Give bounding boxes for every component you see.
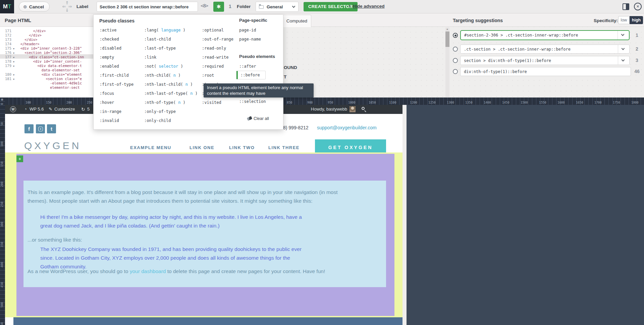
ruler-settings-gear-icon[interactable]: ✱ [1, 98, 3, 102]
suggestion-radio[interactable] [453, 69, 458, 74]
suggestion-expand[interactable] [618, 56, 629, 65]
add-element-badge[interactable]: + [16, 155, 23, 162]
pseudo-option[interactable]: :read-only [202, 46, 226, 51]
pseudo-option[interactable]: :enabled [100, 64, 119, 69]
customize-brush-icon[interactable]: ✎ [49, 107, 52, 112]
facebook-icon[interactable]: f [24, 124, 34, 133]
pseudo-option-after[interactable]: ::after [239, 64, 256, 69]
hide-advanced-link[interactable]: «Hide advanced [349, 4, 385, 9]
oxygen-logo[interactable]: QXYGEN [24, 140, 81, 151]
paragraph: As a new WordPress user, you should go t… [28, 267, 356, 276]
pseudo-option[interactable]: :empty [100, 55, 114, 60]
pseudo-option[interactable]: :active [100, 28, 117, 32]
pseudo-option[interactable]: :nth-of-type( n ) [144, 100, 185, 105]
ruler-number: 900 [307, 101, 313, 104]
site-dashboard-icon[interactable]: ◔ [24, 107, 27, 112]
page-content-box: This is an example page. It's different … [23, 181, 386, 287]
dashboard-link[interactable]: your dashboard [130, 268, 166, 274]
twitter-icon[interactable]: t [47, 124, 56, 133]
label-input[interactable] [97, 2, 198, 12]
pseudo-option[interactable]: :nth-child( n ) [144, 73, 180, 78]
ruler-number: 50 [0, 120, 4, 128]
pseudo-option[interactable]: :nth-last-of-type( n ) [144, 91, 198, 96]
code-view-icon[interactable]: <8> [201, 3, 208, 8]
pseudo-option[interactable]: :first-child [100, 73, 129, 78]
pseudo-option-selection[interactable]: ::selection [239, 99, 266, 104]
page-section-inner-wrap[interactable]: + This is an example page. It's differen… [16, 154, 394, 316]
suggestion-selector[interactable]: #section-2-306 > .ct-section-inner-wrap:… [460, 30, 630, 40]
pseudo-option[interactable]: :focus [100, 91, 114, 96]
pseudo-option[interactable]: :optional [202, 28, 224, 32]
selector-text: div:nth-of-type(1)::before [464, 69, 527, 74]
pseudo-option[interactable]: :disabled [100, 46, 121, 51]
pseudo-option[interactable]: :only-child [144, 118, 171, 123]
nav-link[interactable]: LINK ONE [190, 145, 214, 150]
pseudo-option[interactable]: :checked [100, 37, 119, 42]
param-placeholder[interactable]: selector [159, 64, 178, 69]
pseudo-option-page-name[interactable]: page-name [239, 37, 261, 42]
pseudo-option-page-id[interactable]: page-id [239, 28, 256, 32]
pseudo-option-before-selected[interactable]: ::before [236, 71, 266, 79]
param-placeholder[interactable]: n [185, 82, 188, 87]
folder-icon [259, 5, 264, 9]
pseudo-option[interactable]: :first-of-type [100, 82, 133, 87]
ruler-number: 1500 [521, 101, 528, 104]
selector-text: .ct-section > .ct-section-inner-wrap::be… [464, 47, 571, 52]
pseudo-option[interactable]: :required [202, 64, 224, 69]
pseudo-option[interactable]: :root [202, 73, 214, 78]
param-placeholder[interactable]: language [161, 28, 181, 32]
folder-dropdown[interactable]: General [256, 2, 299, 12]
pseudo-option[interactable]: :visited [202, 100, 221, 105]
wordpress-logo-icon[interactable]: W [10, 106, 16, 112]
pseudo-option[interactable]: :link [144, 55, 156, 60]
pseudo-option[interactable]: :not( selector ) [144, 64, 183, 69]
move-arrows-icon[interactable]: ⇑⇐ ⇒⇓ [60, 1, 74, 12]
header-email-link[interactable]: support@oxygenbuilder.com [317, 125, 377, 130]
instagram-icon[interactable] [36, 124, 45, 133]
clear-all-button[interactable]: Clear all [247, 116, 269, 121]
pseudo-option[interactable]: :lang( language ) [144, 28, 185, 32]
pseudo-option[interactable]: :only-of-type [144, 109, 176, 114]
nav-link[interactable]: LINK TWO [229, 145, 255, 150]
suggestion-radio[interactable] [453, 33, 458, 38]
pseudo-option[interactable]: :last-of-type [144, 46, 176, 51]
updates-icon[interactable]: ↻ [81, 107, 85, 112]
param-placeholder[interactable]: n [173, 73, 176, 78]
sidebar-toggle-icon[interactable] [623, 3, 629, 10]
pseudo-option[interactable]: :nth-last-child( n ) [144, 82, 193, 87]
double-chevron-up-icon: « [347, 5, 353, 7]
admin-bar-howdy[interactable]: Howdy, bastywebb [311, 107, 347, 112]
admin-bar-site-name[interactable]: WP 5.6 [30, 107, 44, 112]
suggestion-selector[interactable]: .ct-section > .ct-section-inner-wrap::be… [460, 45, 630, 54]
pseudo-option[interactable]: :last-child [144, 37, 171, 42]
admin-bar-customize[interactable]: Customize [54, 107, 75, 112]
cancel-button[interactable]: ⊕Cancel [19, 2, 50, 12]
suggestion-expand[interactable] [618, 31, 629, 40]
chevron-down-icon [622, 58, 625, 61]
gear-button[interactable]: ✱ [213, 2, 224, 12]
pseudo-option[interactable]: :read-write [202, 55, 228, 60]
suggestion-selector[interactable]: div:nth-of-type(1)::before [460, 67, 631, 76]
suggestion-radio[interactable] [453, 47, 458, 52]
pseudo-option[interactable]: :out-of-range [202, 37, 233, 42]
ruler-number: 1350 [465, 101, 473, 104]
close-icon[interactable]: × [634, 3, 642, 10]
suggestion-radio[interactable] [453, 58, 458, 63]
pseudo-option[interactable]: :hover [100, 100, 114, 105]
updates-count[interactable]: 5 [87, 107, 90, 112]
nav-link[interactable]: LINK THREE [268, 145, 300, 150]
param-placeholder[interactable]: n [190, 91, 193, 96]
suggestion-expand[interactable] [618, 45, 629, 53]
pseudo-option[interactable]: :invalid [100, 118, 119, 123]
mt-logo[interactable]: MT [0, 0, 14, 13]
nav-link[interactable]: EXAMPLE MENU [130, 145, 171, 150]
suggestion-selector[interactable]: section > div:nth-of-type(1)::before [460, 56, 630, 65]
before-tooltip: Insert a pseudo HTML element before any … [204, 83, 314, 97]
code-line[interactable]: elementor-sect [0, 85, 94, 89]
page-footer-section [13, 317, 402, 325]
search-icon[interactable] [362, 107, 365, 110]
avatar[interactable] [350, 106, 356, 112]
pseudo-option[interactable]: :in-range [100, 109, 121, 114]
match-count: 3 [632, 58, 642, 63]
ruler-number: 500 [0, 301, 4, 309]
